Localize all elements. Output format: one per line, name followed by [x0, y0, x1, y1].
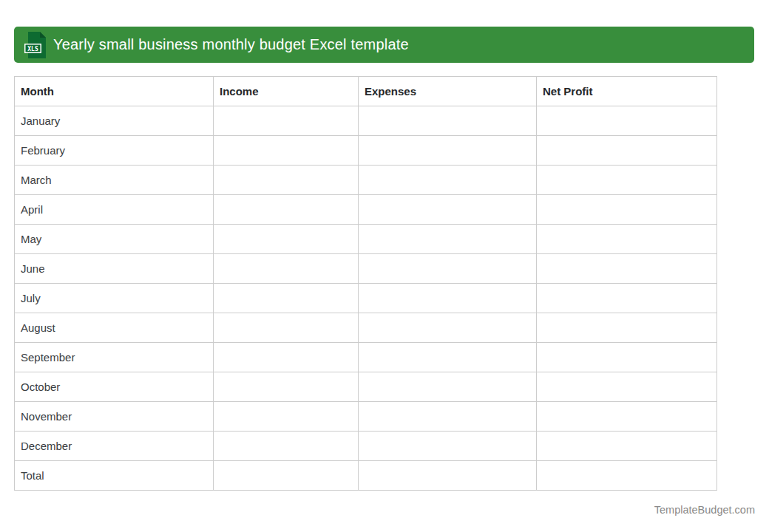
value-cell [537, 136, 717, 166]
value-cell [214, 284, 359, 313]
value-cell [214, 343, 359, 372]
table-row-december: December [15, 432, 717, 461]
value-cell [359, 136, 537, 166]
month-cell: May [15, 225, 214, 254]
column-header-income: Income [214, 77, 359, 106]
page: XLS Yearly small business monthly budget… [0, 0, 769, 532]
table-body: JanuaryFebruaryMarchAprilMayJuneJulyAugu… [15, 106, 717, 491]
value-cell [214, 313, 359, 343]
month-cell: January [15, 106, 214, 136]
banner-title: Yearly small business monthly budget Exc… [53, 36, 409, 53]
value-cell [359, 461, 537, 491]
month-cell: April [15, 195, 214, 225]
value-cell [214, 136, 359, 166]
value-cell [537, 343, 717, 372]
month-cell: March [15, 166, 214, 195]
template-banner: XLS Yearly small business monthly budget… [14, 27, 754, 63]
table-row-march: March [15, 166, 717, 195]
value-cell [214, 254, 359, 284]
column-header-month: Month [15, 77, 214, 106]
month-cell: Total [15, 461, 214, 491]
month-cell: February [15, 136, 214, 166]
month-cell: December [15, 432, 214, 461]
value-cell [359, 402, 537, 432]
value-cell [537, 195, 717, 225]
value-cell [359, 195, 537, 225]
value-cell [359, 343, 537, 372]
table-row-august: August [15, 313, 717, 343]
table-row-november: November [15, 402, 717, 432]
table-row-total: Total [15, 461, 717, 491]
xls-icon-label: XLS [27, 45, 38, 52]
value-cell [537, 432, 717, 461]
value-cell [214, 166, 359, 195]
value-cell [537, 402, 717, 432]
value-cell [214, 225, 359, 254]
table-row-january: January [15, 106, 717, 136]
table-row-february: February [15, 136, 717, 166]
month-cell: November [15, 402, 214, 432]
table-row-june: June [15, 254, 717, 284]
value-cell [537, 372, 717, 402]
value-cell [359, 166, 537, 195]
value-cell [359, 106, 537, 136]
value-cell [537, 166, 717, 195]
column-header-expenses: Expenses [359, 77, 537, 106]
value-cell [214, 106, 359, 136]
table-row-may: May [15, 225, 717, 254]
table-row-october: October [15, 372, 717, 402]
value-cell [359, 313, 537, 343]
table-row-september: September [15, 343, 717, 372]
value-cell [359, 372, 537, 402]
value-cell [214, 372, 359, 402]
value-cell [359, 254, 537, 284]
budget-table: MonthIncomeExpensesNet Profit JanuaryFeb… [14, 76, 717, 491]
table-header-row: MonthIncomeExpensesNet Profit [15, 77, 717, 106]
value-cell [359, 284, 537, 313]
value-cell [537, 106, 717, 136]
value-cell [537, 313, 717, 343]
value-cell [537, 461, 717, 491]
month-cell: August [15, 313, 214, 343]
value-cell [214, 432, 359, 461]
month-cell: October [15, 372, 214, 402]
table-row-april: April [15, 195, 717, 225]
month-cell: July [15, 284, 214, 313]
value-cell [214, 402, 359, 432]
value-cell [537, 284, 717, 313]
month-cell: June [15, 254, 214, 284]
value-cell [537, 254, 717, 284]
column-header-net-profit: Net Profit [537, 77, 717, 106]
value-cell [214, 195, 359, 225]
footer-credit: TemplateBudget.com [654, 504, 755, 516]
value-cell [359, 432, 537, 461]
value-cell [537, 225, 717, 254]
table-row-july: July [15, 284, 717, 313]
xls-file-icon: XLS [24, 32, 47, 58]
month-cell: September [15, 343, 214, 372]
value-cell [359, 225, 537, 254]
value-cell [214, 461, 359, 491]
